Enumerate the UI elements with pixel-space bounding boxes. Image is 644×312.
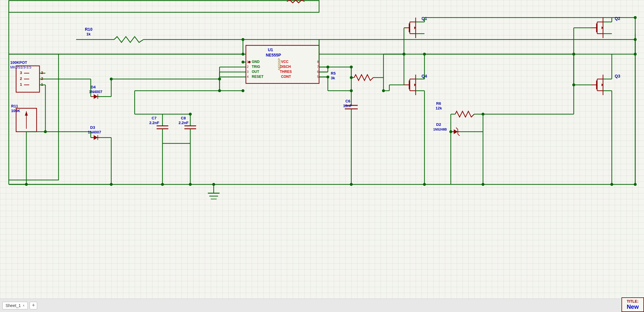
- svg-text:R5: R5: [331, 71, 336, 76]
- svg-text:1k: 1k: [86, 32, 91, 36]
- svg-text:U1: U1: [268, 47, 273, 52]
- svg-text:3: 3: [247, 70, 249, 73]
- svg-text:C6: C6: [345, 99, 350, 103]
- svg-marker-69: [94, 94, 98, 99]
- svg-point-127: [350, 76, 353, 79]
- svg-text:3: 3: [41, 71, 43, 75]
- svg-point-143: [350, 183, 353, 186]
- svg-text:12k: 12k: [436, 106, 442, 110]
- svg-text:R10: R10: [85, 27, 93, 32]
- svg-point-41: [242, 53, 244, 56]
- svg-text:OUT: OUT: [252, 70, 259, 74]
- svg-text:RESET: RESET: [252, 75, 264, 79]
- svg-text:R11: R11: [11, 104, 18, 108]
- svg-text:D2: D2: [436, 122, 441, 127]
- svg-text:2: 2: [41, 76, 43, 81]
- svg-text:DISCH: DISCH: [280, 65, 291, 69]
- svg-point-32: [248, 61, 251, 63]
- title-block: TITLE: New: [621, 297, 644, 312]
- svg-text:C8: C8: [181, 116, 186, 120]
- svg-text:VCC: VCC: [281, 60, 289, 64]
- svg-marker-79: [94, 135, 98, 140]
- svg-point-220: [572, 83, 575, 86]
- svg-point-148: [212, 183, 215, 186]
- svg-point-138: [350, 89, 353, 92]
- svg-point-232: [449, 130, 452, 133]
- svg-text:R6: R6: [436, 101, 441, 106]
- sheet-tab-arrow: ∧: [23, 304, 25, 307]
- svg-text:NE555P: NE555P: [278, 58, 281, 70]
- svg-text:THRES: THRES: [280, 70, 292, 74]
- svg-point-42: [242, 61, 244, 64]
- schematic-canvas: U1 NE555P GND TRIG OUT RESET VCC DISCH T…: [0, 0, 644, 299]
- svg-text:8: 8: [317, 60, 319, 64]
- svg-text:MKDS1/3-3.5: MKDS1/3-3.5: [10, 65, 31, 69]
- svg-text:CONT: CONT: [281, 75, 291, 79]
- svg-text:2.2nF: 2.2nF: [179, 121, 189, 125]
- svg-text:1N5248B: 1N5248B: [433, 128, 447, 131]
- svg-point-200: [423, 183, 426, 186]
- title-label: TITLE:: [627, 299, 639, 304]
- status-bar: Sheet_1 ∧ + TITLE: New: [0, 299, 644, 312]
- svg-text:1N4007: 1N4007: [88, 130, 101, 134]
- svg-text:D3: D3: [90, 125, 95, 130]
- add-sheet-icon: +: [32, 302, 35, 308]
- svg-text:NE555P: NE555P: [266, 53, 281, 57]
- svg-rect-0: [9, 1, 319, 12]
- svg-point-247: [634, 38, 637, 41]
- add-sheet-button[interactable]: +: [30, 302, 37, 309]
- svg-point-248: [634, 53, 637, 56]
- svg-point-116: [326, 76, 329, 78]
- svg-text:6: 6: [317, 70, 319, 73]
- svg-text:GND: GND: [252, 60, 260, 64]
- svg-text:1: 1: [41, 82, 43, 87]
- svg-text:TRIG: TRIG: [252, 65, 260, 69]
- svg-point-249: [634, 183, 637, 186]
- svg-text:4: 4: [247, 75, 249, 78]
- svg-text:2: 2: [20, 76, 22, 81]
- svg-line-227: [456, 128, 458, 129]
- sheet-tab[interactable]: Sheet_1 ∧: [2, 302, 28, 309]
- svg-point-198: [610, 183, 613, 186]
- svg-point-141: [161, 183, 164, 186]
- svg-text:D4: D4: [91, 85, 96, 89]
- svg-point-237: [482, 183, 484, 186]
- svg-text:3k: 3k: [331, 76, 335, 80]
- svg-text:Q2: Q2: [615, 16, 620, 21]
- title-value: New: [627, 304, 639, 310]
- svg-text:3: 3: [20, 71, 22, 75]
- svg-line-228: [458, 134, 460, 136]
- svg-text:7: 7: [317, 65, 319, 68]
- svg-point-142: [189, 183, 192, 186]
- svg-text:5: 5: [317, 75, 319, 78]
- sheet-tab-label: Sheet_1: [6, 303, 21, 308]
- svg-text:1: 1: [20, 82, 22, 87]
- svg-text:2: 2: [247, 65, 249, 68]
- svg-text:100K: 100K: [11, 109, 20, 113]
- svg-marker-225: [454, 129, 458, 134]
- svg-text:C7: C7: [152, 116, 157, 120]
- svg-text:Q3: Q3: [615, 74, 620, 78]
- svg-text:100KPOT: 100KPOT: [10, 60, 27, 65]
- svg-point-235: [482, 113, 484, 116]
- svg-point-89: [242, 89, 244, 92]
- svg-point-129: [350, 66, 353, 68]
- svg-text:2.2nF: 2.2nF: [149, 121, 159, 125]
